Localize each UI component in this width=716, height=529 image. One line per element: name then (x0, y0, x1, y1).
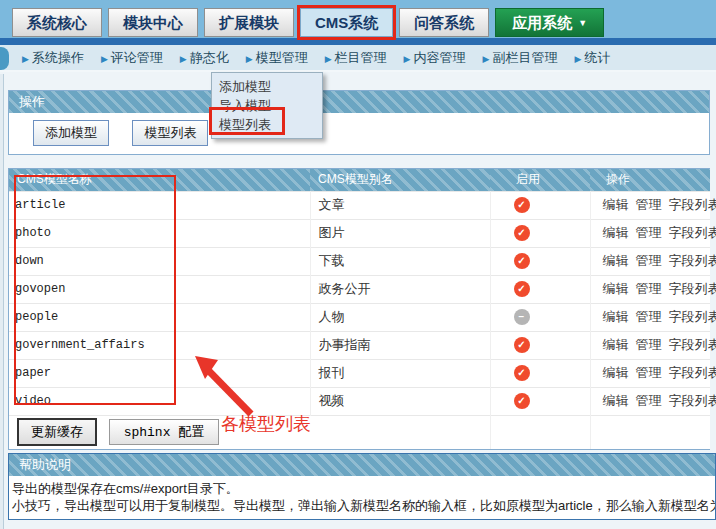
action-field-list[interactable]: 字段列表 (669, 253, 716, 268)
action-field-list[interactable]: 字段列表 (669, 281, 716, 296)
top-nav: 系统核心 模块中心 扩展模块 CMS系统 问答系统 应用系统▼ (0, 0, 716, 38)
action-manage[interactable]: 管理 (636, 197, 662, 212)
model-alias: 政务公开 (310, 275, 490, 303)
tab-app-system[interactable]: 应用系统▼ (495, 8, 604, 37)
action-field-list[interactable]: 字段列表 (669, 309, 716, 324)
model-alias: 下载 (310, 247, 490, 275)
action-manage[interactable]: 管理 (636, 281, 662, 296)
menu-item-add-model[interactable]: 添加模型 (212, 77, 322, 96)
table-row: down 下载 ✓ 编辑管理字段列表 (9, 247, 710, 275)
col-header-model-name: CMS模型名称 (9, 169, 310, 191)
model-table-panel: CMS模型名称 CMS模型别名 启用 操作 article 文章 ✓ 编辑管理字… (8, 168, 710, 450)
model-name: government_affairs (9, 331, 310, 359)
table-row: video 视频 ✓ 编辑管理字段列表 (9, 387, 710, 415)
tab-extension-modules[interactable]: 扩展模块 (204, 8, 294, 37)
update-cache-button[interactable]: 更新缓存 (17, 418, 97, 446)
action-edit[interactable]: 编辑 (603, 337, 629, 352)
action-field-list[interactable]: 字段列表 (669, 337, 716, 352)
arrow-right-icon: ▶ (483, 54, 490, 64)
subnav-label: 模型管理 (256, 50, 308, 65)
action-field-list[interactable]: 字段列表 (669, 365, 716, 380)
subnav-item-subcategory-mgmt[interactable]: ▶副栏目管理 (483, 49, 558, 67)
action-edit[interactable]: 编辑 (603, 393, 629, 408)
status-enabled-icon[interactable]: ✓ (514, 253, 530, 269)
table-header-row: CMS模型名称 CMS模型别名 启用 操作 (9, 169, 710, 191)
help-line: 小技巧，导出模型可以用于复制模型。导出模型，弹出输入新模型名称的输入框，比如原模… (12, 497, 713, 514)
model-table: CMS模型名称 CMS模型别名 启用 操作 article 文章 ✓ 编辑管理字… (9, 169, 710, 449)
model-name: photo (9, 219, 310, 247)
model-mgmt-dropdown: 添加模型 导入模型 模型列表 (211, 72, 323, 139)
model-name: paper (9, 359, 310, 387)
admin-page: 系统核心 模块中心 扩展模块 CMS系统 问答系统 应用系统▼ ▶系统操作 ▶评… (0, 0, 716, 529)
action-field-list[interactable]: 字段列表 (669, 393, 716, 408)
action-manage[interactable]: 管理 (636, 365, 662, 380)
subnav-item-model-mgmt[interactable]: ▶模型管理 (246, 49, 308, 67)
subnav-label: 系统操作 (32, 50, 84, 65)
status-enabled-icon[interactable]: ✓ (514, 337, 530, 353)
table-row: photo 图片 ✓ 编辑管理字段列表 (9, 219, 710, 247)
table-row: people 人物 − 编辑管理字段列表 (9, 303, 710, 331)
tab-module-center[interactable]: 模块中心 (108, 8, 198, 37)
action-edit[interactable]: 编辑 (603, 225, 629, 240)
subnav-label: 静态化 (190, 50, 229, 65)
action-manage[interactable]: 管理 (636, 393, 662, 408)
menu-item-model-list[interactable]: 模型列表 (212, 115, 322, 134)
action-edit[interactable]: 编辑 (603, 281, 629, 296)
action-edit[interactable]: 编辑 (603, 197, 629, 212)
tab-system-core[interactable]: 系统核心 (12, 8, 102, 37)
help-panel: 帮助说明 导出的模型保存在cms/#export目录下。 小技巧，导出模型可以用… (8, 453, 716, 520)
tab-cms-system[interactable]: CMS系统 (300, 8, 393, 37)
subnav-item-system-ops[interactable]: ▶系统操作 (22, 49, 84, 67)
model-alias: 视频 (310, 387, 490, 415)
status-enabled-icon[interactable]: ✓ (514, 197, 530, 213)
subnav-item-statistics[interactable]: ▶统计 (574, 49, 610, 67)
left-edge-strip (0, 74, 4, 529)
table-row: government_affairs 办事指南 ✓ 编辑管理字段列表 (9, 331, 710, 359)
subnav-item-content-mgmt[interactable]: ▶内容管理 (404, 49, 466, 67)
subnav-label: 栏目管理 (335, 50, 387, 65)
arrow-right-icon: ▶ (574, 54, 581, 64)
arrow-right-icon: ▶ (180, 54, 187, 64)
model-list-button[interactable]: 模型列表 (132, 120, 208, 146)
table-row: paper 报刊 ✓ 编辑管理字段列表 (9, 359, 710, 387)
model-alias: 办事指南 (310, 331, 490, 359)
col-header-model-alias: CMS模型别名 (310, 169, 490, 191)
action-manage[interactable]: 管理 (636, 225, 662, 240)
subnav-label: 内容管理 (414, 50, 466, 65)
action-field-list[interactable]: 字段列表 (669, 225, 716, 240)
add-model-button[interactable]: 添加模型 (33, 120, 109, 146)
sphinx-config-button[interactable]: sphinx 配置 (109, 419, 220, 445)
operation-panel-title: 操作 (9, 91, 709, 113)
action-manage[interactable]: 管理 (636, 337, 662, 352)
subnav-item-category-mgmt[interactable]: ▶栏目管理 (325, 49, 387, 67)
tab-app-system-label: 应用系统 (512, 14, 572, 31)
model-alias: 文章 (310, 191, 490, 219)
status-disabled-icon[interactable]: − (514, 309, 530, 325)
col-header-enabled: 启用 (490, 169, 590, 191)
tab-qa-system[interactable]: 问答系统 (399, 8, 489, 37)
menu-item-import-model[interactable]: 导入模型 (212, 96, 322, 115)
action-edit[interactable]: 编辑 (603, 253, 629, 268)
action-manage[interactable]: 管理 (636, 253, 662, 268)
arrow-right-icon: ▶ (22, 54, 29, 64)
arrow-right-icon: ▶ (325, 54, 332, 64)
operation-panel: 操作 添加模型 模型列表 (8, 90, 710, 155)
action-field-list[interactable]: 字段列表 (669, 197, 716, 212)
action-edit[interactable]: 编辑 (603, 365, 629, 380)
model-name: article (9, 191, 310, 219)
subnav-item-static[interactable]: ▶静态化 (180, 49, 229, 67)
annotation-label: 各模型列表 (221, 412, 311, 436)
model-alias: 图片 (310, 219, 490, 247)
status-enabled-icon[interactable]: ✓ (514, 281, 530, 297)
model-name: video (9, 387, 310, 415)
action-edit[interactable]: 编辑 (603, 309, 629, 324)
status-enabled-icon[interactable]: ✓ (514, 393, 530, 409)
subnav-item-comment-mgmt[interactable]: ▶评论管理 (101, 49, 163, 67)
col-header-actions: 操作 (590, 169, 710, 191)
model-alias: 人物 (310, 303, 490, 331)
table-footer-row: 更新缓存 sphinx 配置 (9, 415, 710, 449)
status-enabled-icon[interactable]: ✓ (514, 365, 530, 381)
action-manage[interactable]: 管理 (636, 309, 662, 324)
model-name: down (9, 247, 310, 275)
status-enabled-icon[interactable]: ✓ (514, 225, 530, 241)
